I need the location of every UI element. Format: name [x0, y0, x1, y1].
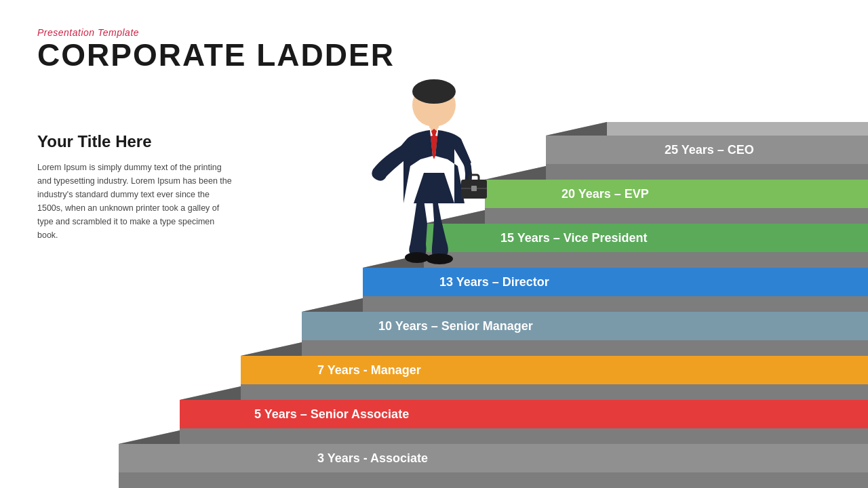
step3-side — [241, 342, 302, 356]
label8: 25 Years – CEO — [665, 143, 754, 157]
label3: 7 Years - Manager — [317, 363, 421, 377]
label2: 5 Years – Senior Associate — [254, 407, 409, 421]
step4-side — [302, 298, 363, 312]
step1-side — [119, 430, 180, 444]
step8-side — [546, 122, 607, 136]
label1: 3 Years - Associate — [317, 451, 428, 465]
svg-point-10 — [405, 252, 429, 263]
label6: 15 Years – Vice President — [500, 231, 648, 245]
bar5 — [363, 268, 868, 296]
bar1 — [119, 444, 868, 472]
label5: 13 Years – Director — [439, 275, 549, 289]
svg-point-11 — [426, 253, 453, 264]
bar7 — [485, 180, 868, 208]
staircase-diagram: 3 Years - Associate 5 Years – Senior Ass… — [0, 0, 868, 488]
svg-rect-9 — [471, 186, 477, 191]
label7: 20 Years – EVP — [561, 187, 649, 201]
label4: 10 Years – Senior Manager — [378, 319, 533, 333]
step7-side — [485, 166, 546, 180]
step2-side — [180, 386, 241, 400]
svg-point-1 — [412, 79, 456, 104]
step6-side — [424, 210, 485, 224]
